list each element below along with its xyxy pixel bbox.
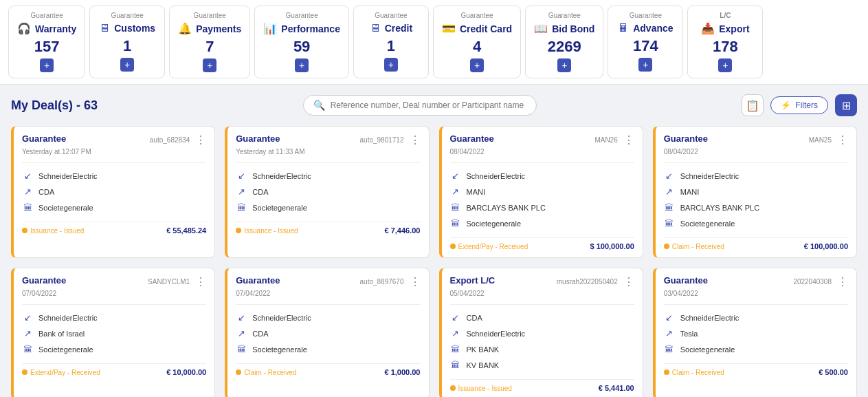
summary-card-payments[interactable]: Guarantee 🔔 Payments 7 +: [169, 6, 250, 78]
deal-type: Guarantee: [664, 275, 708, 286]
party-icon: ↙: [236, 312, 247, 323]
deal-card-deal2[interactable]: Guarantee auto_9801712 ⋮ Yesterday at 11…: [225, 126, 429, 258]
summary-card-credit[interactable]: Guarantee 🖥 Credit 1 +: [353, 6, 429, 78]
deal-type: Guarantee: [664, 133, 708, 144]
party-name: Tesla: [680, 330, 698, 338]
add-credit-card-button[interactable]: +: [470, 58, 484, 72]
party-name: SchneiderElectric: [680, 314, 739, 322]
deal-more-button[interactable]: ⋮: [410, 275, 421, 288]
deal-more-button[interactable]: ⋮: [623, 133, 634, 147]
card-sublabel-payments: Payments: [196, 23, 241, 34]
summary-card-performance[interactable]: Guarantee 📊 Performance 59 +: [254, 6, 349, 78]
add-customs-button[interactable]: +: [120, 58, 134, 72]
summary-card-bid-bond[interactable]: Guarantee 📖 Bid Bond 2269 +: [525, 6, 603, 78]
deal-type: Guarantee: [22, 133, 66, 144]
deal-card-deal3[interactable]: Guarantee MAN26 ⋮ 08/04/2022 ↙ Schneider…: [439, 126, 643, 258]
summary-card-export[interactable]: L/C 📥 Export 178 +: [687, 6, 763, 78]
status-label: Claim - Received: [244, 369, 296, 376]
status-label: Issuance - Issued: [30, 227, 84, 235]
deal-footer: Claim - Received € 1,000.00: [236, 363, 420, 376]
party-icon: ↗: [664, 186, 675, 197]
card-icon-row-credit: 🖥 Credit: [370, 22, 412, 34]
deal-more-button[interactable]: ⋮: [410, 133, 421, 147]
party-icon: 🏛: [22, 344, 33, 354]
party-icon: ↙: [664, 171, 675, 181]
deal-ref: auto_9801712: [360, 136, 404, 144]
card-sublabel-bid-bond: Bid Bond: [552, 23, 594, 34]
deal-divider: [236, 304, 420, 305]
status-label: Extend/Pay - Received: [30, 369, 100, 376]
party-icon: ↗: [450, 186, 461, 197]
deal-amount: € 55,485.24: [166, 226, 206, 235]
deal-more-button[interactable]: ⋮: [195, 133, 206, 147]
party-name: Societegenerale: [252, 345, 307, 354]
party-icon: 🏛: [450, 360, 461, 370]
party-row: 🏛 Societegenerale: [664, 343, 848, 355]
card-icon-credit-card: 💳: [442, 22, 456, 35]
party-icon: ↙: [450, 312, 461, 323]
deal-card-deal6[interactable]: Guarantee auto_8897670 ⋮ 07/04/2022 ↙ Sc…: [225, 268, 429, 397]
card-icon-warranty: 🎧: [17, 22, 31, 35]
card-sublabel-customs: Customs: [114, 23, 155, 34]
deal-more-button[interactable]: ⋮: [623, 275, 634, 288]
deal-card-deal4[interactable]: Guarantee MAN25 ⋮ 08/04/2022 ↙ Schneider…: [653, 126, 857, 258]
add-credit-button[interactable]: +: [384, 58, 398, 72]
party-name: SchneiderElectric: [467, 172, 526, 180]
deal-footer: Claim - Received € 100,000.00: [664, 237, 848, 250]
add-export-button[interactable]: +: [718, 58, 732, 72]
party-icon: 🏛: [236, 202, 247, 213]
add-bid-bond-button[interactable]: +: [557, 58, 571, 72]
deal-type: Export L/C: [450, 275, 496, 286]
party-icon: 🏛: [664, 202, 675, 213]
deal-card-deal5[interactable]: Guarantee SANDYCLM1 ⋮ 07/04/2022 ↙ Schne…: [11, 268, 215, 397]
deal-divider: [450, 304, 634, 305]
deal-more-button[interactable]: ⋮: [837, 275, 848, 288]
deal-header: Guarantee 2022040308 ⋮: [664, 275, 848, 288]
summary-card-advance[interactable]: Guarantee 🖩 Advance 174 +: [608, 6, 683, 78]
party-name: MANI: [467, 188, 486, 196]
party-row: 🏛 Societegenerale: [664, 217, 848, 229]
document-button[interactable]: 📋: [742, 94, 764, 116]
deal-meta: MAN25 ⋮: [809, 133, 848, 147]
party-name: Bank of Israel: [38, 330, 85, 338]
search-input[interactable]: [331, 100, 526, 110]
summary-card-credit-card[interactable]: Guarantee 💳 Credit Card 4 +: [433, 6, 521, 78]
party-row: 🏛 BARCLAYS BANK PLC: [664, 202, 848, 213]
card-label-payments: Guarantee: [194, 12, 226, 19]
add-performance-button[interactable]: +: [295, 58, 309, 72]
card-label-customs: Guarantee: [111, 12, 144, 19]
deal-header: Export L/C musrah2022050402 ⋮: [450, 275, 634, 288]
deal-ref: 2022040308: [793, 278, 832, 286]
deal-more-button[interactable]: ⋮: [837, 133, 848, 147]
deal-amount: € 10,000.00: [166, 368, 206, 376]
grid-view-button[interactable]: ⊞: [835, 94, 857, 116]
add-warranty-button[interactable]: +: [40, 58, 54, 72]
add-payments-button[interactable]: +: [203, 58, 216, 72]
status-dot: [236, 228, 241, 233]
deal-footer: Claim - Received € 500.00: [664, 363, 848, 376]
add-advance-button[interactable]: +: [638, 58, 652, 72]
card-label-advance: Guarantee: [630, 12, 662, 19]
deal-date: 05/04/2022: [450, 290, 634, 297]
deal-card-deal7[interactable]: Export L/C musrah2022050402 ⋮ 05/04/2022…: [439, 268, 643, 397]
status-label: Claim - Received: [672, 369, 724, 376]
summary-card-warranty[interactable]: Guarantee 🎧 Warranty 157 +: [8, 6, 85, 78]
summary-card-customs[interactable]: Guarantee 🖥 Customs 1 +: [89, 6, 165, 78]
party-name: CDA: [467, 314, 482, 322]
status-dot: [22, 228, 27, 233]
deal-more-button[interactable]: ⋮: [195, 275, 206, 288]
status-label: Extend/Pay - Received: [458, 243, 528, 250]
deal-card-deal8[interactable]: Guarantee 2022040308 ⋮ 03/04/2022 ↙ Schn…: [653, 268, 857, 397]
card-icon-row-export: 📥 Export: [701, 22, 749, 35]
party-row: 🏛 Societegenerale: [22, 343, 206, 355]
deal-card-deal1[interactable]: Guarantee auto_682834 ⋮ Yesterday at 12:…: [11, 126, 215, 258]
filters-button[interactable]: ⚡ Filters: [770, 96, 828, 114]
party-name: CDA: [252, 188, 268, 196]
status-dot: [450, 385, 456, 391]
deal-date: 07/04/2022: [236, 290, 420, 297]
deal-meta: auto_9801712 ⋮: [360, 133, 421, 147]
card-icon-row-performance: 📊 Performance: [263, 22, 340, 35]
card-label-credit: Guarantee: [375, 12, 407, 19]
deal-status: Issuance - Issued: [450, 385, 512, 392]
search-icon: 🔍: [313, 100, 325, 111]
